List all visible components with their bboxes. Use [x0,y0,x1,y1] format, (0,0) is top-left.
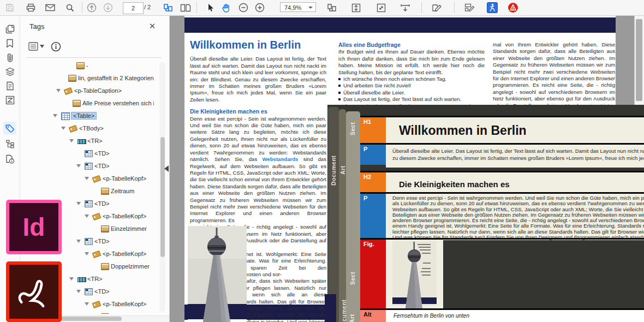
tag-tree-row[interactable]: <TR> [20,135,154,147]
expander-icon[interactable] [76,202,81,205]
single-page-view-icon[interactable] [325,2,338,14]
chevron-down-icon [308,7,313,9]
tag-tree-row[interactable]: Alle Preise verstehen sich inkl. Früh [20,97,154,110]
close-icon[interactable]: ✕ [146,20,158,32]
panel-title: Tags [29,22,44,31]
panel-toolbar [28,40,61,53]
expander-icon[interactable] [85,177,89,180]
tag-tree-row[interactable]: lin, gestaffelt in 2 Kategorien: [20,72,154,85]
info-icon[interactable] [51,41,61,52]
expander-icon[interactable] [69,139,74,142]
expander-icon[interactable] [61,127,65,130]
tag-tree-label: <TD> [94,150,110,157]
bullet-item: Überall dieselbe alte Leier. [338,90,485,96]
two-page-view-icon[interactable] [179,2,192,14]
tags-panel-icon[interactable] [3,122,16,135]
table-icon [61,112,70,120]
email-icon[interactable] [44,2,57,14]
page-title: Willkommen in Berlin [190,41,326,48]
zoom-out-icon[interactable] [237,2,250,14]
tag-tree-row[interactable]: <TD> [20,147,154,160]
tag-icon [92,301,102,308]
p-row: P Denn esse est percipi - Sein ist wahrg… [360,192,644,238]
tag-icon [64,87,73,95]
content-icon [101,313,109,314]
expander-icon[interactable] [76,240,81,243]
panel-vertical-scrollbar-thumb[interactable] [160,137,165,257]
tag-tree-label: lin, gestaffelt in 2 Kategorien: [78,75,154,81]
document-scrollbar-thumb[interactable] [636,19,642,101]
tag-tree-label: <p-TableCaption> [74,87,122,94]
bullet-text: Und arbeiten Sie nicht zuviel! [343,82,411,89]
tag-tree-label: <p-TabelleKopf> [103,175,146,182]
autotag-icon[interactable] [506,2,520,14]
next-page-icon[interactable] [102,2,115,14]
zoom-in-icon[interactable] [253,2,266,14]
accessibility-report-icon[interactable] [3,152,16,165]
page-number-input[interactable] [123,2,144,14]
page-total-label: / 2 [144,4,151,10]
form-edit-icon[interactable] [463,2,476,14]
page-header-band [184,17,616,33]
tag-tree-row[interactable]: Zeitraum [20,185,154,198]
expander-icon[interactable] [56,89,61,92]
tag-tree-label: Kategorie A [111,313,142,314]
tag-tree-label: <TD> [94,288,110,295]
tag-tree-row[interactable]: <p-TabelleKopf> [20,172,154,185]
table-cell-icon [85,200,93,207]
panel-collapse-icon[interactable] [164,165,169,172]
tag-tree-row[interactable]: <TBody> [20,122,154,135]
previous-page-icon[interactable] [85,2,98,14]
expander-icon[interactable] [69,277,74,281]
tag-tree-label: <TD> [94,200,110,207]
expander-icon[interactable] [76,290,81,293]
page-column-3: mal von Ihrem Entwickler gehört haben. D… [493,41,615,107]
zoom-level-dropdown[interactable]: 74,9% [280,2,316,12]
attachments-icon[interactable] [3,51,16,64]
content-panel-icon[interactable] [3,79,16,92]
expander-icon[interactable] [76,164,81,168]
page-scrolling-icon[interactable] [162,2,175,14]
figure-tag-badge: Fig. [360,240,386,308]
document-strip-label: Document [330,156,337,186]
bookmarks-icon[interactable] [3,37,16,50]
fit-width-icon[interactable] [398,2,412,14]
expander-icon[interactable] [85,302,89,306]
tag-tree-label: <TR> [87,276,103,282]
layers-icon[interactable] [3,65,16,78]
tag-tree-row[interactable]: - [20,59,154,72]
order-panel-icon[interactable] [3,93,16,106]
acrobat-logo [6,261,62,322]
options-menu-icon[interactable] [28,42,44,51]
fit-page-icon[interactable] [349,2,362,14]
expander-icon[interactable] [85,214,89,218]
table-cell-icon [85,288,93,295]
subheading: Alles eine Budgetfrage [338,41,485,48]
sect-strip-label: Sect [349,122,356,135]
indesign-logo-text: Id [23,214,45,240]
expander-icon[interactable] [85,252,89,255]
print-icon[interactable] [24,2,37,14]
bullet-text: Ich wünsche Ihnen noch einen schönen Tag… [343,76,446,82]
search-icon[interactable] [63,2,76,14]
expander-icon[interactable] [53,114,57,117]
tag-tree-row[interactable]: <Table> [20,110,154,122]
save-icon[interactable] [3,2,16,14]
art-strip [339,109,346,322]
fit-visible-icon[interactable] [374,2,387,14]
bullet-icon [338,98,341,100]
accessibility-icon[interactable] [486,2,499,14]
hand-tool-icon[interactable] [219,2,232,14]
page-thumbnails-icon[interactable] [3,22,16,35]
structure-panel-icon[interactable] [3,137,16,150]
webstandards-link[interactable]: Webstandards [262,156,298,162]
edit-pdf-icon[interactable] [430,2,443,14]
alt-text-row: Alt Fernsehtum in Berlin von unten [360,308,644,322]
bullet-item: Ich wünsche Ihnen noch einen schönen Tag… [338,76,485,82]
indesign-logo: Id [6,200,62,254]
top-toolbar: / 2 74,9% [0,0,644,16]
tag-tree-label-selected: <Table> [71,112,97,120]
select-tool-icon[interactable] [204,2,217,14]
tag-tree-row[interactable]: <p-TableCaption> [20,85,154,97]
tag-tree-row[interactable]: <TD> [20,160,154,172]
